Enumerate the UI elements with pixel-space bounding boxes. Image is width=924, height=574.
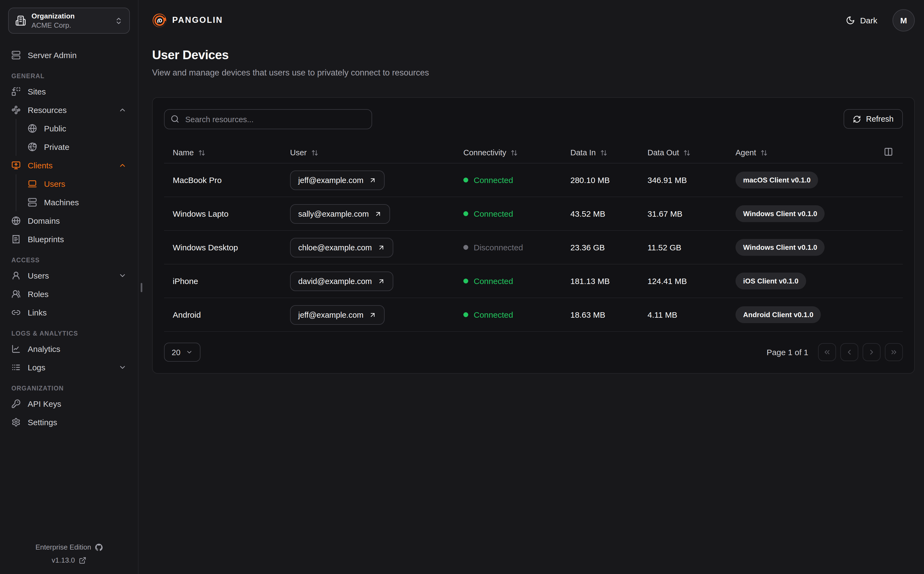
key-icon [11, 399, 20, 408]
sidebar-resize-handle[interactable] [141, 283, 142, 292]
data-in-cell: 181.13 MB [562, 276, 639, 285]
column-header[interactable]: Connectivity [455, 148, 562, 157]
sidebar-item-users[interactable]: Users [8, 266, 130, 285]
edition-link[interactable]: Enterprise Edition [35, 543, 102, 551]
status-label: Connected [474, 175, 513, 184]
org-switcher[interactable]: Organization ACME Corp. [8, 8, 130, 34]
column-header[interactable]: User [281, 148, 455, 157]
device-name-cell: Android [164, 310, 281, 319]
user-link-button[interactable]: sally@example.com [290, 204, 390, 224]
column-header[interactable]: Data In [562, 148, 639, 157]
users-icon [11, 289, 20, 298]
sidebar-item-server-admin[interactable]: Server Admin [8, 46, 130, 64]
connectivity-cell: Connected [455, 175, 562, 184]
globe-icon [28, 123, 37, 133]
theme-toggle-label: Dark [860, 16, 877, 25]
status-dot [464, 211, 468, 216]
sidebar-item-public[interactable]: Public [16, 119, 130, 137]
clients-submenu: Users Machines [16, 174, 130, 211]
column-header-label: Connectivity [464, 148, 506, 157]
connectivity-cell: Connected [455, 209, 562, 218]
link-icon [11, 308, 20, 317]
user-link-button[interactable]: david@example.com [290, 271, 393, 291]
sort-icon [198, 149, 205, 156]
user-link-button[interactable]: jeff@example.com [290, 305, 385, 325]
page-size-value: 20 [172, 348, 180, 356]
sidebar-item-label: Server Admin [28, 50, 77, 60]
column-header[interactable]: Data Out [639, 148, 727, 157]
column-header[interactable]: Name [164, 148, 281, 157]
brand[interactable]: PANGOLIN [152, 13, 223, 27]
last-page-button[interactable] [885, 343, 903, 361]
page-subtitle: View and manage devices that users use t… [152, 68, 915, 78]
column-header-label: Name [173, 148, 194, 157]
sidebar-item-label: Private [44, 142, 69, 151]
sidebar-item-api-keys[interactable]: API Keys [8, 394, 130, 413]
sidebar-item-label: Domains [28, 216, 60, 225]
search-input[interactable] [164, 109, 372, 129]
data-out-cell: 124.41 MB [639, 276, 727, 285]
sidebar-item-logs[interactable]: Logs [8, 358, 130, 376]
sidebar-item-clients[interactable]: Clients [8, 156, 130, 174]
sidebar-item-resources[interactable]: Resources [8, 101, 130, 119]
chevron-down-icon [118, 271, 126, 279]
first-page-button[interactable] [818, 343, 836, 361]
organization-icon [15, 15, 26, 26]
page-size-select[interactable]: 20 [164, 343, 200, 362]
sidebar-item-roles[interactable]: Roles [8, 285, 130, 303]
version-link[interactable]: v1.13.0 [52, 556, 86, 564]
org-switcher-label: Organization [32, 12, 75, 20]
status-dot [464, 312, 468, 317]
sort-icon [683, 149, 691, 156]
sidebar-item-blueprints[interactable]: Blueprints [8, 230, 130, 248]
data-in-cell: 280.10 MB [562, 175, 639, 184]
search-box [164, 109, 372, 129]
sort-icon [760, 149, 768, 156]
sidebar-item-client-users[interactable]: Users [16, 174, 130, 193]
sidebar-item-label: Sites [28, 87, 46, 96]
status-label: Connected [474, 276, 513, 285]
table-body: MacBook Pro jeff@example.com Connected 2… [164, 164, 903, 332]
chevron-right-icon [867, 348, 876, 356]
column-settings-button[interactable] [884, 147, 893, 156]
status-dot [464, 178, 468, 183]
table-row: MacBook Pro jeff@example.com Connected 2… [164, 164, 903, 197]
org-switcher-value: ACME Corp. [32, 21, 75, 29]
pagination-status: Page 1 of 1 [767, 347, 808, 357]
agent-cell: macOS Client v0.1.0 [727, 172, 903, 188]
external-link-icon [79, 557, 87, 564]
arrow-up-right-icon [369, 311, 377, 319]
sidebar-item-domains[interactable]: Domains [8, 211, 130, 230]
refresh-button[interactable]: Refresh [844, 109, 903, 129]
server-icon [28, 197, 37, 207]
sidebar-item-label: API Keys [28, 399, 61, 408]
theme-toggle-button[interactable]: Dark [843, 15, 881, 25]
chart-line-icon [11, 344, 20, 353]
chevron-left-icon [845, 348, 853, 356]
chevrons-left-icon [823, 348, 831, 356]
user-link-button[interactable]: chloe@example.com [290, 238, 393, 257]
sidebar-item-private[interactable]: Private [16, 137, 130, 156]
sidebar-item-sites[interactable]: Sites [8, 82, 130, 101]
sidebar-item-machines[interactable]: Machines [16, 193, 130, 211]
table-footer: 20 Page 1 of 1 [164, 332, 903, 362]
user-cell: jeff@example.com [281, 170, 455, 190]
next-page-button[interactable] [863, 343, 881, 361]
previous-page-button[interactable] [840, 343, 858, 361]
user-cell: sally@example.com [281, 204, 455, 224]
avatar[interactable]: M [892, 9, 915, 31]
sidebar-item-analytics[interactable]: Analytics [8, 339, 130, 358]
user-link-button[interactable]: jeff@example.com [290, 170, 385, 190]
sidebar-item-settings[interactable]: Settings [8, 413, 130, 431]
column-header[interactable]: Agent [727, 148, 903, 157]
user-cell: chloe@example.com [281, 238, 455, 257]
column-header-label: User [290, 148, 307, 157]
resources-submenu: Public Private [16, 119, 130, 156]
avatar-initial: M [900, 16, 907, 25]
main-content: PANGOLIN Dark M User Devices View and ma… [139, 0, 924, 574]
status-label: Connected [474, 310, 513, 319]
sidebar-item-links[interactable]: Links [8, 303, 130, 322]
card-toolbar: Refresh [164, 109, 903, 129]
page-title: User Devices [152, 48, 915, 63]
status-label: Connected [474, 209, 513, 218]
